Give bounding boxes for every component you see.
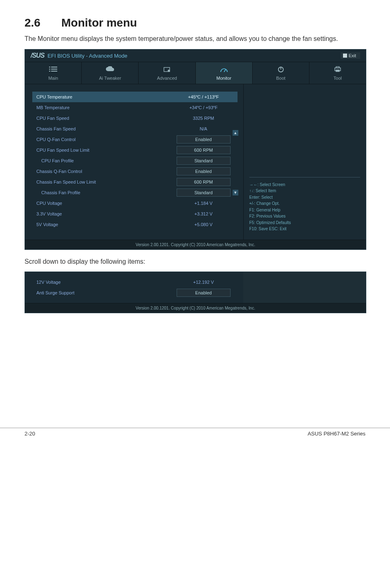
tab-main[interactable]: Main bbox=[25, 62, 82, 84]
list-icon bbox=[25, 66, 81, 74]
setting-row[interactable]: CPU Fan Speed Low Limit600 RPM bbox=[25, 145, 243, 155]
setting-row[interactable]: Chassis Fan Speed Low Limit600 RPM bbox=[25, 177, 243, 187]
setting-label: CPU Fan Speed bbox=[36, 116, 173, 121]
bios-footer: Version 2.00.1201. Copyright (C) 2010 Am… bbox=[25, 240, 366, 249]
setting-row: CPU Voltage+1.184 V bbox=[25, 198, 243, 209]
svg-rect-3 bbox=[51, 69, 57, 70]
dropdown[interactable]: 600 RPM bbox=[177, 146, 231, 154]
help-box: →←: Select Screen ↑↓: Select Item Enter:… bbox=[249, 177, 360, 232]
setting-row: 3.3V Voltage+3.312 V bbox=[25, 209, 243, 219]
setting-row[interactable]: CPU Fan ProfileStandard bbox=[25, 155, 243, 166]
tab-boot-label: Boot bbox=[276, 76, 285, 81]
tab-monitor[interactable]: Monitor bbox=[196, 62, 253, 84]
setting-value: +34ºC / +93ºF bbox=[173, 105, 234, 110]
bios-title: EFI BIOS Utility - Advanced Mode bbox=[47, 53, 127, 59]
setting-row: Chassis Fan SpeedN/A bbox=[25, 123, 243, 134]
setting-value: +45ºC / +113ºF bbox=[173, 94, 234, 99]
scroll-note: Scroll down to display the following ite… bbox=[25, 257, 365, 266]
tab-advanced[interactable]: Advanced bbox=[139, 62, 195, 84]
scroll-down-arrow[interactable]: ▼ bbox=[233, 190, 238, 195]
setting-value[interactable]: Standard bbox=[173, 189, 234, 197]
bios-help-panel: →←: Select Screen ↑↓: Select Item Enter:… bbox=[243, 84, 366, 240]
tab-ai-tweaker-label: Ai Tweaker bbox=[99, 76, 121, 81]
setting-label: Chassis Fan Speed Low Limit bbox=[36, 180, 173, 184]
setting-label: CPU Temperature bbox=[36, 94, 173, 99]
help-line: F10: Save ESC: Exit bbox=[249, 226, 360, 232]
exit-button[interactable]: Exit bbox=[341, 52, 360, 59]
exit-icon bbox=[343, 54, 347, 58]
page-footer: 2-20 ASUS P8H67-M2 Series bbox=[0, 428, 390, 449]
tab-ai-tweaker[interactable]: Ai Tweaker bbox=[82, 62, 139, 84]
exit-label: Exit bbox=[349, 53, 356, 58]
setting-label: MB Temperature bbox=[36, 105, 173, 110]
dropdown[interactable]: Enabled bbox=[177, 289, 231, 297]
setting-label: 3.3V Voltage bbox=[36, 211, 173, 216]
cloud-icon bbox=[82, 66, 138, 74]
bios-help-panel-scrolled bbox=[243, 272, 366, 303]
setting-value: +1.184 V bbox=[173, 201, 234, 206]
svg-rect-0 bbox=[49, 67, 50, 67]
setting-label: 5V Voltage bbox=[36, 222, 173, 227]
bios-footer-scrolled: Version 2.00.1201. Copyright (C) 2010 Am… bbox=[25, 303, 366, 313]
dropdown[interactable]: Enabled bbox=[177, 135, 231, 144]
help-line: +/-: Change Opt. bbox=[249, 200, 360, 207]
setting-label: CPU Q-Fan Control bbox=[36, 137, 173, 142]
svg-rect-12 bbox=[336, 67, 339, 68]
dropdown[interactable]: Standard bbox=[177, 157, 231, 165]
setting-row[interactable]: Chassis Q-Fan ControlEnabled bbox=[25, 166, 243, 177]
heading-title: Monitor menu bbox=[61, 16, 137, 29]
setting-label: CPU Fan Speed Low Limit bbox=[36, 148, 173, 153]
setting-label: Anti Surge Support bbox=[36, 290, 173, 295]
printer-icon bbox=[309, 66, 366, 74]
setting-value[interactable]: Standard bbox=[173, 157, 234, 165]
svg-rect-2 bbox=[49, 69, 50, 70]
heading-number: 2.6 bbox=[25, 16, 61, 29]
svg-rect-1 bbox=[51, 67, 57, 67]
tab-tool-label: Tool bbox=[334, 76, 342, 81]
help-line: F2: Previous Values bbox=[249, 213, 360, 220]
setting-row[interactable]: CPU Temperature+45ºC / +113ºF bbox=[32, 92, 238, 102]
intro-text: The Monitor menu displays the system tem… bbox=[25, 34, 365, 43]
chip-icon bbox=[139, 66, 195, 74]
dropdown[interactable]: Enabled bbox=[177, 167, 231, 175]
setting-value: 3325 RPM bbox=[173, 116, 234, 121]
setting-label: CPU Fan Profile bbox=[41, 158, 173, 163]
dropdown[interactable]: 600 RPM bbox=[177, 178, 231, 186]
bios-titlebar: /SUS EFI BIOS Utility - Advanced Mode Ex… bbox=[25, 49, 366, 62]
setting-label: Chassis Fan Speed bbox=[36, 126, 173, 131]
power-icon bbox=[253, 66, 309, 74]
setting-row: 5V Voltage+5.080 V bbox=[25, 219, 243, 230]
setting-row: CPU Fan Speed3325 RPM bbox=[25, 113, 243, 123]
tab-tool[interactable]: Tool bbox=[309, 62, 366, 84]
asus-logo: /SUS bbox=[31, 52, 44, 59]
setting-label: Chassis Q-Fan Control bbox=[36, 169, 173, 174]
bios-window: /SUS EFI BIOS Utility - Advanced Mode Ex… bbox=[25, 49, 366, 250]
setting-row[interactable]: Chassis Fan ProfileStandard bbox=[25, 187, 243, 198]
setting-label: CPU Voltage bbox=[36, 201, 173, 206]
setting-row[interactable]: Anti Surge SupportEnabled bbox=[25, 287, 243, 298]
page-number: 2-20 bbox=[25, 431, 35, 437]
help-line: →←: Select Screen bbox=[249, 182, 360, 188]
scroll-up-arrow[interactable]: ▲ bbox=[233, 130, 238, 136]
help-line: F1: General Help bbox=[249, 207, 360, 213]
setting-row[interactable]: CPU Q-Fan ControlEnabled bbox=[25, 134, 243, 145]
dropdown[interactable]: Standard bbox=[177, 189, 231, 197]
setting-label: 12V Voltage bbox=[36, 280, 173, 285]
tab-boot[interactable]: Boot bbox=[253, 62, 309, 84]
setting-value[interactable]: 600 RPM bbox=[173, 146, 234, 154]
setting-value[interactable]: Enabled bbox=[173, 167, 234, 175]
manual-title: ASUS P8H67-M2 Series bbox=[307, 431, 365, 437]
page-heading: 2.6Monitor menu bbox=[25, 16, 365, 29]
setting-row: MB Temperature+34ºC / +93ºF bbox=[25, 102, 243, 113]
tab-main-label: Main bbox=[48, 76, 58, 81]
setting-value[interactable]: Enabled bbox=[173, 135, 234, 144]
setting-value[interactable]: 600 RPM bbox=[173, 178, 234, 186]
help-line: Enter: Select bbox=[249, 194, 360, 201]
setting-value[interactable]: Enabled bbox=[173, 289, 234, 297]
setting-label: Chassis Fan Profile bbox=[41, 190, 173, 195]
tab-advanced-label: Advanced bbox=[157, 76, 177, 81]
help-line: ↑↓: Select Item bbox=[249, 188, 360, 194]
bios-settings-panel-scrolled: 12V Voltage+12.192 VAnti Surge SupportEn… bbox=[25, 272, 243, 303]
tab-monitor-label: Monitor bbox=[216, 76, 231, 81]
bios-settings-panel: CPU Temperature+45ºC / +113ºFMB Temperat… bbox=[25, 84, 243, 240]
